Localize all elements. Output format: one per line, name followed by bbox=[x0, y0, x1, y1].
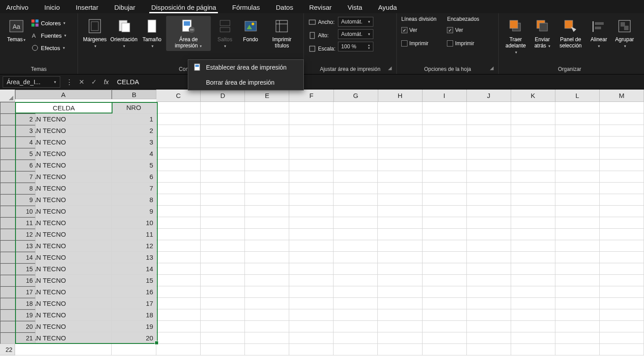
cell-I22[interactable] bbox=[423, 344, 467, 355]
cell-H7[interactable] bbox=[378, 171, 422, 183]
cell-E14[interactable] bbox=[245, 252, 289, 263]
cell-D3[interactable] bbox=[201, 125, 245, 137]
cell-G12[interactable] bbox=[334, 229, 378, 240]
cell-G22[interactable] bbox=[334, 344, 378, 355]
cell-D6[interactable] bbox=[201, 160, 245, 171]
select-all-corner[interactable] bbox=[0, 90, 15, 102]
cell-F17[interactable] bbox=[289, 286, 334, 298]
cell-F2[interactable] bbox=[289, 113, 334, 125]
cell-K22[interactable] bbox=[511, 344, 555, 355]
cell-C7[interactable] bbox=[156, 171, 201, 183]
name-box[interactable]: Área_de_I...▾ bbox=[3, 76, 60, 88]
cell-L7[interactable] bbox=[555, 171, 600, 183]
cell-J14[interactable] bbox=[467, 252, 511, 263]
cell-L8[interactable] bbox=[555, 183, 600, 194]
cell-A22[interactable] bbox=[15, 344, 112, 355]
cell-B9[interactable]: 8 bbox=[112, 194, 156, 206]
cell-H17[interactable] bbox=[378, 286, 422, 298]
cell-F18[interactable] bbox=[289, 298, 334, 309]
cell-C16[interactable] bbox=[156, 275, 201, 286]
cell-C6[interactable] bbox=[156, 160, 201, 171]
gridlines-print-checkbox[interactable]: Imprimir bbox=[401, 38, 436, 49]
cell-K5[interactable] bbox=[511, 148, 555, 160]
cell-C11[interactable] bbox=[156, 217, 201, 229]
col-header-E[interactable]: E bbox=[245, 90, 289, 102]
cell-I21[interactable] bbox=[423, 332, 467, 344]
cell-L1[interactable] bbox=[555, 102, 600, 113]
row-header-21[interactable]: 21 bbox=[0, 332, 35, 344]
col-header-J[interactable]: J bbox=[467, 90, 511, 102]
cell-H15[interactable] bbox=[378, 263, 422, 275]
cell-M12[interactable] bbox=[600, 229, 644, 240]
cell-F5[interactable] bbox=[289, 148, 334, 160]
cell-D13[interactable] bbox=[201, 240, 245, 252]
cell-M8[interactable] bbox=[600, 183, 644, 194]
row-header-15[interactable]: 15 bbox=[0, 263, 35, 275]
cell-E6[interactable] bbox=[245, 160, 289, 171]
cell-B5[interactable]: 4 bbox=[112, 148, 156, 160]
cell-M11[interactable] bbox=[600, 217, 644, 229]
cell-H13[interactable] bbox=[378, 240, 422, 252]
cell-K6[interactable] bbox=[511, 160, 555, 171]
spreadsheet-grid[interactable]: ABCDEFGHIJKLM 12345678910111213141516171… bbox=[0, 90, 644, 359]
col-header-I[interactable]: I bbox=[423, 90, 467, 102]
cell-I11[interactable] bbox=[423, 217, 467, 229]
col-header-L[interactable]: L bbox=[555, 90, 600, 102]
cell-I3[interactable] bbox=[423, 125, 467, 137]
cell-L6[interactable] bbox=[555, 160, 600, 171]
cell-I6[interactable] bbox=[423, 160, 467, 171]
cancel-button[interactable]: ✕ bbox=[75, 78, 88, 86]
cell-H20[interactable] bbox=[378, 321, 422, 332]
cell-G10[interactable] bbox=[334, 206, 378, 217]
cell-E9[interactable] bbox=[245, 194, 289, 206]
tab-vista[interactable]: Vista bbox=[346, 3, 364, 13]
cell-K7[interactable] bbox=[511, 171, 555, 183]
cell-L21[interactable] bbox=[555, 332, 600, 344]
cell-M14[interactable] bbox=[600, 252, 644, 263]
cell-J13[interactable] bbox=[467, 240, 511, 252]
cell-F20[interactable] bbox=[289, 321, 334, 332]
cells-area[interactable]: CELDANROURBAN TECNO1URBAN TECNO2URBAN TE… bbox=[15, 102, 644, 359]
cell-B4[interactable]: 3 bbox=[112, 137, 156, 148]
row-header-12[interactable]: 12 bbox=[0, 229, 35, 240]
print-titles-button[interactable]: Imprimir títulos bbox=[265, 16, 299, 51]
cell-I20[interactable] bbox=[423, 321, 467, 332]
background-button[interactable]: Fondo bbox=[239, 16, 262, 44]
cell-G4[interactable] bbox=[334, 137, 378, 148]
cell-M15[interactable] bbox=[600, 263, 644, 275]
col-header-A[interactable]: A bbox=[15, 90, 112, 99]
col-header-D[interactable]: D bbox=[201, 90, 245, 102]
cell-G19[interactable] bbox=[334, 309, 378, 321]
cell-D15[interactable] bbox=[201, 263, 245, 275]
cell-J18[interactable] bbox=[467, 298, 511, 309]
cell-G17[interactable] bbox=[334, 286, 378, 298]
row-header-10[interactable]: 10 bbox=[0, 206, 35, 217]
cell-H16[interactable] bbox=[378, 275, 422, 286]
cell-K16[interactable] bbox=[511, 275, 555, 286]
row-header-5[interactable]: 5 bbox=[0, 148, 35, 160]
cell-M19[interactable] bbox=[600, 309, 644, 321]
cell-E17[interactable] bbox=[245, 286, 289, 298]
cell-G9[interactable] bbox=[334, 194, 378, 206]
cell-M22[interactable] bbox=[600, 344, 644, 355]
cell-L4[interactable] bbox=[555, 137, 600, 148]
cell-H2[interactable] bbox=[378, 113, 422, 125]
cell-B11[interactable]: 10 bbox=[112, 217, 156, 229]
cell-D18[interactable] bbox=[201, 298, 245, 309]
tab-datos[interactable]: Datos bbox=[274, 3, 295, 13]
cell-L19[interactable] bbox=[555, 309, 600, 321]
cell-B16[interactable]: 15 bbox=[112, 275, 156, 286]
cell-B19[interactable]: 18 bbox=[112, 309, 156, 321]
cell-I4[interactable] bbox=[423, 137, 467, 148]
cell-J15[interactable] bbox=[467, 263, 511, 275]
cell-B22[interactable] bbox=[112, 344, 156, 355]
cell-F8[interactable] bbox=[289, 183, 334, 194]
headings-view-checkbox[interactable]: Ver bbox=[447, 25, 479, 35]
tab-inicio[interactable]: Inicio bbox=[43, 3, 62, 13]
send-backward-button[interactable]: Enviar atrás ▾ bbox=[531, 16, 554, 51]
cell-B21[interactable]: 20 bbox=[112, 332, 156, 344]
row-header-9[interactable]: 9 bbox=[0, 194, 35, 206]
clear-print-area-item[interactable]: Borrar área de impresión bbox=[188, 75, 303, 90]
row-header-4[interactable]: 4 bbox=[0, 137, 35, 148]
width-select[interactable]: Automát.▾ bbox=[338, 17, 373, 27]
